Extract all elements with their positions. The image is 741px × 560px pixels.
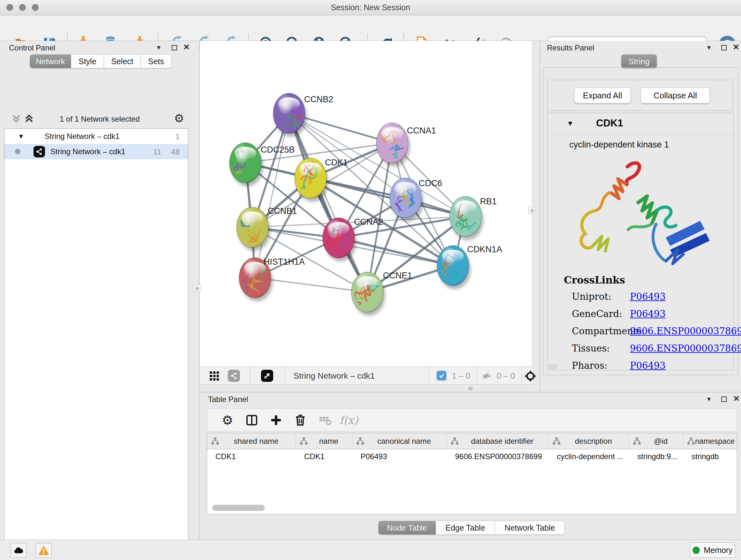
add-column-icon[interactable] (268, 413, 284, 428)
show-columns-icon[interactable] (244, 413, 259, 428)
network-view-canvas[interactable]: CCNB2CCNA1CDC25BCDK1CDC6RB1CCNB1CCNA2CDK… (200, 41, 532, 367)
column-header--id[interactable]: @id (629, 433, 683, 449)
gene-section: ▼ CDK1 cyclin-dependent kinase 1 (547, 113, 734, 370)
network-collection-row[interactable]: ▼ String Network – cdk1 1 (4, 129, 188, 144)
network-status-dot (15, 149, 20, 154)
column-label: shared name (219, 437, 295, 446)
network-row[interactable]: String Network – cdk1 11 48 (4, 144, 188, 159)
delete-column-icon[interactable] (293, 413, 308, 428)
cloud-button[interactable] (10, 543, 26, 558)
left-splitter-handle[interactable] (193, 285, 200, 292)
panel-float-icon[interactable] (172, 45, 177, 51)
main-toolbar: ? (0, 15, 741, 41)
crosslink-genecard[interactable]: P06493 (630, 308, 666, 319)
delete-table-icon (318, 413, 333, 428)
collapse-arrow-icon[interactable]: ▼ (18, 133, 24, 140)
network-graph[interactable]: CCNB2CCNA1CDC25BCDK1CDC6RB1CCNB1CCNA2CDK… (200, 41, 532, 367)
tab-node-table[interactable]: Node Table (378, 521, 436, 535)
gene-section-header[interactable]: ▼ CDK1 (548, 113, 733, 135)
node-label-CDK1: CDK1 (325, 158, 348, 167)
open-in-window-icon[interactable] (261, 370, 273, 382)
node-label-RB1: RB1 (480, 197, 497, 206)
warning-button[interactable] (36, 543, 52, 558)
table-panel-title: Table Panel (208, 395, 248, 404)
network-node-CDC6[interactable]: CDC6 (390, 178, 442, 222)
column-header-database-identifier[interactable]: database identifier (447, 433, 549, 449)
string-network-badge-icon[interactable] (228, 370, 240, 382)
node-table[interactable]: shared namenamecanonical namedatabase id… (207, 433, 737, 514)
birds-eye-grid-icon[interactable] (209, 371, 219, 381)
panel-float-icon[interactable] (721, 396, 727, 402)
column-header-canonical-name[interactable]: canonical name (352, 433, 447, 449)
tab-network[interactable]: Network (30, 54, 71, 68)
network-node-CCNB1[interactable]: CCNB1 (237, 206, 297, 251)
hierarchy-icon (451, 437, 459, 445)
network-edge-CCNB2-HIST1H1A[interactable] (255, 113, 289, 278)
column-header-shared-name[interactable]: shared name (207, 433, 296, 449)
crosslink-label: GeneCard: (572, 308, 622, 319)
network-node-CCNE1[interactable]: CCNE1 (351, 271, 412, 316)
tab-network-table[interactable]: Network Table (495, 521, 565, 535)
hierarchy-icon (687, 437, 695, 445)
right-splitter-handle[interactable] (529, 207, 536, 214)
panel-close-icon[interactable]: ✕ (733, 43, 739, 52)
network-node-RB1[interactable]: RB1 (450, 196, 497, 240)
panel-close-icon[interactable]: ✕ (733, 394, 740, 403)
network-list-toolbar: 1 of 1 Network selected ⚙ (0, 112, 199, 126)
network-node-CDC25B[interactable]: CDC25B (229, 143, 295, 186)
crosslink-tissues[interactable]: 9606.ENSP00000378699 (630, 343, 741, 354)
network-node-CCNB2[interactable]: CCNB2 (273, 93, 333, 137)
column-header-description[interactable]: description (549, 433, 629, 449)
crosslink-uniprot[interactable]: P06493 (630, 291, 666, 302)
panel-menu-icon[interactable]: ▾ (707, 44, 711, 52)
table-cell[interactable]: CDK1 (207, 449, 296, 464)
collection-count: 1 (176, 132, 180, 141)
panel-close-icon[interactable]: ✕ (183, 43, 190, 52)
table-cell[interactable]: stringdb (683, 449, 737, 464)
network-node-HIST1H1A[interactable]: HIST1H1A (239, 257, 305, 301)
table-cell[interactable]: stringdb:9... (629, 449, 683, 464)
selected-checkbox[interactable] (436, 371, 447, 381)
cytoscape-window: Session: New Session (0, 0, 741, 560)
table-cell[interactable]: cyclin-dependent ... (549, 449, 629, 464)
tab-style[interactable]: Style (71, 54, 104, 68)
panel-menu-icon[interactable]: ▾ (707, 395, 711, 403)
panel-float-icon[interactable] (721, 45, 727, 51)
memory-button[interactable]: Memory (690, 543, 735, 558)
column-label: canonical name (364, 437, 447, 446)
tab-string[interactable]: String (621, 54, 657, 68)
protein-structure-image (560, 154, 726, 272)
column-label: @id (641, 437, 683, 446)
crosslink-pharos[interactable]: P06493 (630, 360, 666, 371)
crosslink-label: Pharos: (572, 360, 607, 371)
gene-description: cyclin-dependent kinase 1 (569, 140, 669, 150)
column-header-namespace[interactable]: namespace (683, 433, 737, 449)
table-header-row: shared namenamecanonical namedatabase id… (207, 433, 737, 449)
memory-status-dot (692, 547, 700, 554)
crosshair-icon[interactable] (525, 370, 536, 382)
column-header-name[interactable]: name (296, 433, 352, 449)
expand-all-button[interactable]: Expand All (574, 87, 631, 104)
tab-sets[interactable]: Sets (141, 54, 172, 68)
crosslink-compartments[interactable]: 9606.ENSP00000378699 (630, 326, 741, 336)
table-cell[interactable]: CDK1 (296, 449, 352, 464)
tab-select[interactable]: Select (104, 54, 141, 68)
table-row[interactable]: CDK1CDK1P064939606.ENSP00000378699cyclin… (207, 449, 737, 464)
network-node-CCNA1[interactable]: CCNA1 (376, 123, 436, 167)
splitter-grip[interactable] (468, 387, 473, 390)
table-gear-icon[interactable]: ⚙ (220, 413, 235, 428)
table-type-tabs: Node Table Edge Table Network Table (378, 521, 565, 535)
table-cell[interactable]: 9606.ENSP00000378699 (447, 449, 549, 464)
network-selection-status: 1 of 1 Network selected (0, 115, 199, 124)
hierarchy-icon (300, 437, 308, 445)
table-cell[interactable]: P06493 (352, 449, 447, 464)
horizontal-scrollbar-thumb[interactable] (212, 505, 265, 511)
network-node-CDKN1A[interactable]: CDKN1A (437, 245, 502, 289)
tab-edge-table[interactable]: Edge Table (436, 521, 495, 535)
footer-separator (477, 367, 477, 384)
collapse-arrow-icon[interactable]: ▼ (567, 119, 574, 128)
gear-icon[interactable]: ⚙ (174, 112, 184, 125)
collapse-all-button[interactable]: Collapse All (641, 87, 710, 104)
panel-menu-icon[interactable]: ▾ (157, 44, 160, 52)
horizontal-splitter[interactable] (200, 385, 532, 392)
